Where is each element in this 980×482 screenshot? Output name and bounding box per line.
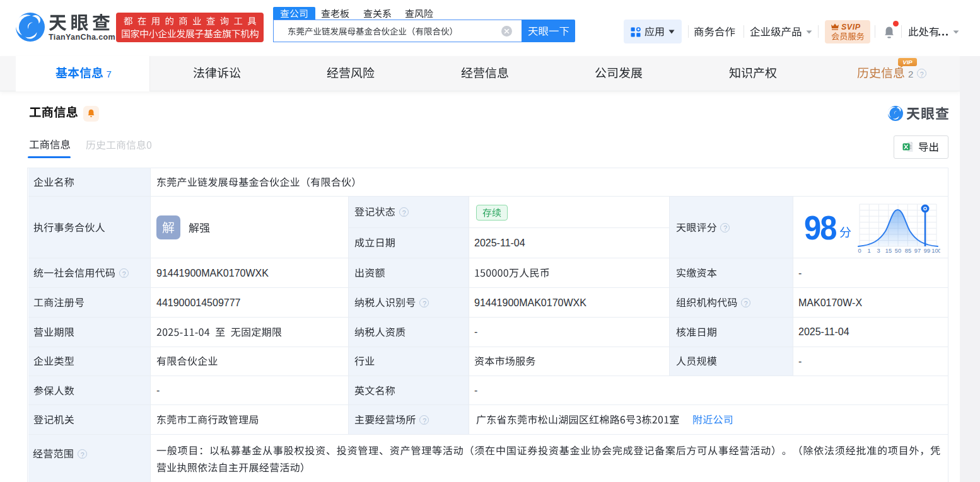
svg-text:0: 0 <box>858 248 861 253</box>
svg-text:1: 1 <box>867 248 870 253</box>
svg-text:97: 97 <box>914 248 921 253</box>
svg-text:85: 85 <box>905 248 911 253</box>
svg-text:15: 15 <box>885 248 892 253</box>
svg-text:3: 3 <box>877 248 880 253</box>
svg-text:50: 50 <box>895 248 901 253</box>
svg-text:VIP: VIP <box>902 59 913 66</box>
svg-text:100: 100 <box>931 248 940 253</box>
svg-text:99: 99 <box>924 248 930 253</box>
